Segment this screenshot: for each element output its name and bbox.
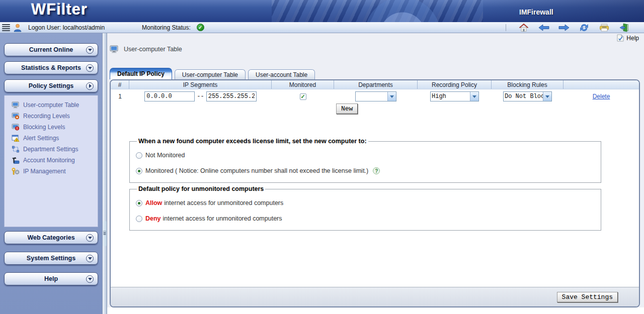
sidebar-section-system-settings[interactable]: System Settings xyxy=(4,252,98,265)
ip-end-input[interactable] xyxy=(206,91,257,101)
monitor-icon xyxy=(110,45,119,53)
sidebar-item-alert-settings[interactable]: ! Alert Settings xyxy=(12,133,98,144)
col-monitored: Monitored xyxy=(272,80,334,89)
wrench-gear-icon xyxy=(12,168,20,175)
sidebar: Current Online Statistics & Reports Poli… xyxy=(0,33,102,314)
new-button[interactable]: New xyxy=(336,103,358,114)
delete-link[interactable]: Delete xyxy=(593,93,610,100)
ip-start-input[interactable] xyxy=(144,91,195,101)
default-policy-legend: Default policy for unmonitored computers xyxy=(137,185,265,192)
col-index: # xyxy=(111,80,129,89)
ip-range-dash: -- xyxy=(197,93,204,100)
logon-user-label: Logon User: localhost/admin xyxy=(28,24,105,31)
chevron-down-icon xyxy=(86,255,94,262)
page-title: User-computer Table xyxy=(124,46,182,53)
svg-text:!: ! xyxy=(17,127,18,130)
sidebar-section-web-categories[interactable]: Web Categories xyxy=(4,231,98,244)
content-panel: # IP Segments Monitored Departments Reco… xyxy=(110,79,640,307)
top-banner: WFilter IMFirewall xyxy=(0,0,644,22)
col-recording-policy: Recording Policy xyxy=(418,80,492,89)
department-network-icon xyxy=(12,146,20,153)
toolbar-separator xyxy=(506,24,506,31)
toolbar: Logon User: localhost/admin Monitoring S… xyxy=(0,22,644,33)
monitor-alert-icon: ! xyxy=(12,124,20,131)
chevron-down-icon xyxy=(86,275,94,283)
option-not-monitored[interactable]: Not Monitored xyxy=(136,152,601,159)
monitor-icon xyxy=(12,101,20,109)
tab-default-ip-policy[interactable]: Default IP Policy xyxy=(110,68,172,79)
col-actions xyxy=(564,80,639,89)
page-help-link[interactable]: Help xyxy=(617,34,639,42)
splitter-grip[interactable] xyxy=(103,221,107,246)
option-allow[interactable]: Allowinternet access for unmonitored com… xyxy=(136,199,601,206)
col-ip-segments: IP Segments xyxy=(129,80,272,89)
sidebar-item-department-settings[interactable]: Department Settings xyxy=(12,144,98,155)
license-limit-legend: When a new found computer exceeds licens… xyxy=(137,138,368,145)
chevron-down-icon xyxy=(86,46,94,54)
option-monitored[interactable]: Monitored ( Notice: Online computers num… xyxy=(136,167,601,174)
panel-footer: Save Settings xyxy=(111,287,639,306)
sidebar-item-user-computer-table[interactable]: User-computer Table xyxy=(12,99,98,111)
sidebar-splitter[interactable] xyxy=(102,33,107,314)
account-tool-icon xyxy=(12,157,20,164)
forward-icon[interactable] xyxy=(558,23,570,32)
license-limit-fieldset: When a new found computer exceeds licens… xyxy=(129,138,601,183)
policy-settings-menu: User-computer Table Recording Levels ! xyxy=(4,95,98,227)
monitored-checkbox[interactable]: ✓ xyxy=(300,93,306,100)
main-content: Help User-computer Table Default IP Poli… xyxy=(107,33,644,314)
sidebar-section-statistics-reports[interactable]: Statistics & Reports xyxy=(4,61,98,74)
radio-not-monitored[interactable] xyxy=(136,152,142,159)
print-icon[interactable] xyxy=(599,23,610,32)
help-doc-icon xyxy=(617,34,624,42)
chevron-down-icon xyxy=(86,64,94,72)
table-header: # IP Segments Monitored Departments Reco… xyxy=(111,80,639,89)
sidebar-section-current-online[interactable]: Current Online xyxy=(4,43,98,56)
bottom-strip xyxy=(107,307,644,314)
sidebar-item-blocking-levels[interactable]: ! Blocking Levels xyxy=(12,122,98,133)
chevron-down-icon xyxy=(470,92,478,101)
sidebar-section-help[interactable]: Help xyxy=(4,272,98,285)
chevron-right-icon xyxy=(86,82,94,90)
logout-icon[interactable] xyxy=(619,23,630,32)
help-question-icon[interactable]: ? xyxy=(373,167,380,174)
page-title-row: User-computer Table xyxy=(110,45,182,53)
row-index: 1 xyxy=(111,93,129,100)
recording-policy-select[interactable]: High xyxy=(430,91,479,101)
chevron-down-icon xyxy=(86,234,94,242)
product-name: IMFirewall xyxy=(519,8,553,16)
sidebar-item-recording-levels[interactable]: Recording Levels xyxy=(12,111,98,122)
alert-window-icon: ! xyxy=(12,135,20,142)
col-blocking-rules: Blocking Rules xyxy=(492,80,564,89)
col-departments: Departments xyxy=(334,80,418,89)
sidebar-item-account-monitoring[interactable]: Account Monitoring xyxy=(12,155,98,166)
monitoring-status-label: Monitoring Status: xyxy=(142,24,191,31)
option-deny[interactable]: Denyinternet access for unmonitored comp… xyxy=(136,215,601,222)
table-row: 1 -- ✓ High xyxy=(111,89,639,103)
radio-monitored[interactable] xyxy=(136,168,142,174)
radio-allow[interactable] xyxy=(136,200,142,206)
tab-user-account-table[interactable]: User-account Table xyxy=(248,69,315,79)
home-icon[interactable] xyxy=(518,23,529,32)
blocking-rule-select[interactable]: Do Not Block xyxy=(503,91,552,101)
chevron-down-icon xyxy=(543,92,551,101)
radio-deny[interactable] xyxy=(136,216,142,222)
department-select[interactable] xyxy=(355,91,396,101)
default-policy-fieldset: Default policy for unmonitored computers… xyxy=(129,185,601,231)
user-icon xyxy=(13,23,22,32)
menu-icon[interactable] xyxy=(2,24,10,31)
svg-text:!: ! xyxy=(16,139,17,142)
monitor-record-icon xyxy=(12,113,20,120)
save-settings-button[interactable]: Save Settings xyxy=(557,292,618,302)
tab-bar: Default IP Policy User-computer Table Us… xyxy=(110,68,315,79)
monitoring-status-ok-icon: ✓ xyxy=(197,24,204,31)
sidebar-item-ip-management[interactable]: IP Management xyxy=(12,166,98,177)
app-logo: WFilter xyxy=(31,1,88,19)
back-icon[interactable] xyxy=(538,23,549,32)
chevron-down-icon xyxy=(387,92,396,101)
refresh-icon[interactable] xyxy=(579,23,590,32)
tab-user-computer-table[interactable]: User-computer Table xyxy=(175,69,246,79)
sidebar-section-policy-settings[interactable]: Policy Settings xyxy=(4,79,98,92)
